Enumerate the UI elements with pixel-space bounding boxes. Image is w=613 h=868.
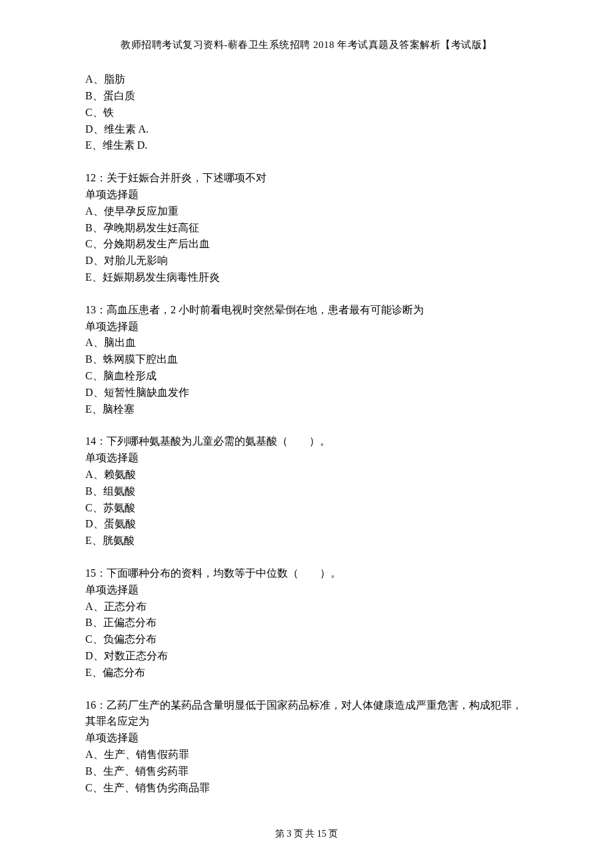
option-b: B、蛛网膜下腔出血 — [85, 351, 528, 368]
option-b: B、组氨酸 — [85, 483, 528, 500]
question-stem: 15：下面哪种分布的资料，均数等于中位数（ ）。 — [85, 565, 528, 582]
question-15: 15：下面哪种分布的资料，均数等于中位数（ ）。 单项选择题 A、正态分布 B、… — [85, 565, 528, 681]
option-d: D、对胎儿无影响 — [85, 253, 528, 269]
question-stem: 13：高血压患者，2 小时前看电视时突然晕倒在地，患者最有可能诊断为 — [85, 302, 528, 319]
page-header-title: 教师招聘考试复习资料-蕲春卫生系统招聘 2018 年考试真题及答案解析【考试版】 — [85, 37, 528, 53]
option-e: E、脑栓塞 — [85, 401, 528, 418]
option-d: D、对数正态分布 — [85, 648, 528, 665]
option-b: B、正偏态分布 — [85, 615, 528, 631]
option-d: D、蛋氨酸 — [85, 516, 528, 533]
option-c: C、生产、销售伪劣商品罪 — [85, 780, 528, 797]
option-e: E、妊娠期易发生病毒性肝炎 — [85, 269, 528, 286]
question-13: 13：高血压患者，2 小时前看电视时突然晕倒在地，患者最有可能诊断为 单项选择题… — [85, 302, 528, 418]
question-14: 14：下列哪种氨基酸为儿童必需的氨基酸（ ）。 单项选择题 A、赖氨酸 B、组氨… — [85, 433, 528, 549]
option-a: A、生产、销售假药罪 — [85, 747, 528, 763]
question-11-options: A、脂肪 B、蛋白质 C、铁 D、维生素 A. E、维生素 D. — [85, 71, 528, 154]
option-b: B、生产、销售劣药罪 — [85, 763, 528, 780]
question-type: 单项选择题 — [85, 187, 528, 203]
page-footer: 第 3 页 共 15 页 — [0, 827, 613, 841]
option-a: A、使早孕反应加重 — [85, 203, 528, 220]
question-type: 单项选择题 — [85, 582, 528, 599]
option-e: E、胱氨酸 — [85, 533, 528, 549]
option-c: C、分娩期易发生产后出血 — [85, 236, 528, 253]
option-d: D、短暂性脑缺血发作 — [85, 385, 528, 401]
question-12: 12：关于妊娠合并肝炎，下述哪项不对 单项选择题 A、使早孕反应加重 B、孕晚期… — [85, 170, 528, 286]
option-a: A、正态分布 — [85, 599, 528, 615]
question-stem: 12：关于妊娠合并肝炎，下述哪项不对 — [85, 170, 528, 187]
question-type: 单项选择题 — [85, 730, 528, 747]
option-c: C、铁 — [85, 105, 528, 121]
option-b: B、蛋白质 — [85, 88, 528, 105]
option-a: A、脑出血 — [85, 335, 528, 351]
option-a: A、脂肪 — [85, 71, 528, 88]
question-stem: 14：下列哪种氨基酸为儿童必需的氨基酸（ ）。 — [85, 433, 528, 450]
option-b: B、孕晚期易发生妊高征 — [85, 220, 528, 237]
option-c: C、脑血栓形成 — [85, 368, 528, 385]
option-c: C、苏氨酸 — [85, 500, 528, 517]
question-16: 16：乙药厂生产的某药品含量明显低于国家药品标准，对人体健康造成严重危害，构成犯… — [85, 697, 528, 797]
option-e: E、维生素 D. — [85, 137, 528, 154]
option-e: E、偏态分布 — [85, 665, 528, 681]
question-stem: 16：乙药厂生产的某药品含量明显低于国家药品标准，对人体健康造成严重危害，构成犯… — [85, 697, 528, 731]
option-c: C、负偏态分布 — [85, 631, 528, 648]
question-type: 单项选择题 — [85, 319, 528, 335]
option-a: A、赖氨酸 — [85, 467, 528, 483]
option-d: D、维生素 A. — [85, 121, 528, 138]
question-type: 单项选择题 — [85, 450, 528, 467]
